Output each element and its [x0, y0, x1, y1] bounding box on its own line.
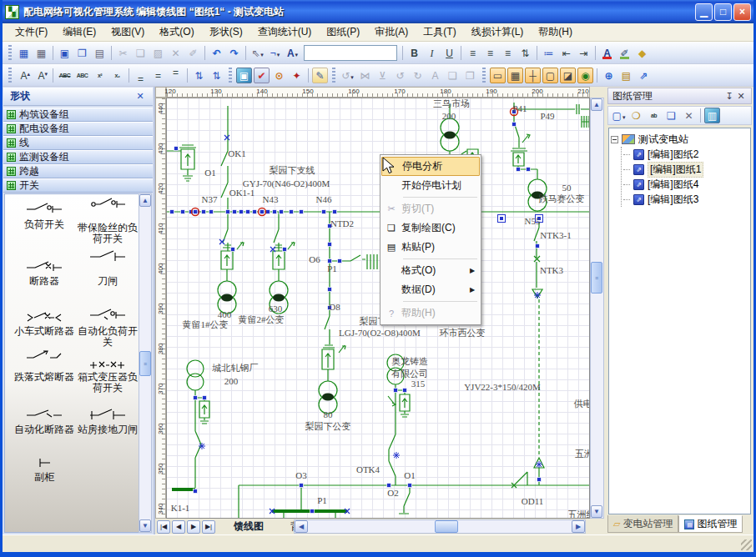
shape-dropout-fuse[interactable]: 跌落式熔断器 [11, 349, 78, 383]
context-menu-item-10[interactable]: ?帮助(H) [381, 304, 480, 323]
shape-group-0[interactable]: 构筑设备组 [3, 108, 153, 122]
scroll-thumb[interactable] [435, 520, 458, 533]
approve-stamp-icon[interactable]: ✦ [289, 68, 305, 83]
data-table-icon[interactable]: ▦ [33, 45, 49, 61]
shape-auto-breaker[interactable]: 自动化断路器 [11, 407, 78, 435]
menu-item-7[interactable]: 审批(A) [367, 23, 416, 41]
shape-trolley-breaker[interactable]: 小车式断路器 [11, 309, 78, 337]
toolbar-drag-handle[interactable] [229, 68, 232, 83]
connector-tool-icon[interactable]: ¬▾ [267, 45, 283, 61]
paste-icon[interactable]: ▨ [150, 45, 166, 61]
toggle-selection-icon[interactable]: ▢ [542, 68, 558, 83]
spacing-low-icon[interactable]: = [133, 68, 149, 83]
undo-icon[interactable]: ↶ [209, 45, 224, 61]
menu-item-2[interactable]: 视图(V) [103, 23, 152, 41]
toggle-grid-icon[interactable]: ▦ [507, 68, 523, 83]
pin-icon[interactable]: ↧ [723, 91, 735, 102]
menu-item-0[interactable]: 文件(F) [8, 23, 55, 41]
row-spacing-inc-icon[interactable]: ⇅ [191, 68, 207, 83]
row-spacing-dec-icon[interactable]: ⇅ [209, 68, 224, 83]
context-menu-item-7[interactable]: 格式(O)▶ [381, 261, 480, 280]
abc-icon[interactable]: ABC [74, 68, 90, 83]
shape-breaker[interactable]: 断路器 [11, 259, 78, 287]
cut-icon[interactable]: ✂ [115, 45, 131, 61]
highlight-color-icon[interactable]: ✐ [617, 45, 633, 61]
shape-group-4[interactable]: 跨越 [3, 164, 153, 178]
sheet-tab-0[interactable]: 馈线图 [220, 519, 277, 534]
underline-icon[interactable]: U [441, 45, 457, 61]
diagram-canvas[interactable]: 三鸟市场200P41P49OK1O1OK1-1N37N43N46NTD2梨园下支… [166, 98, 590, 519]
subscript-icon[interactable]: x₂ [109, 68, 125, 83]
copy-icon[interactable]: ❏ [133, 45, 149, 61]
open-sheet-icon[interactable]: ❍ [628, 108, 644, 123]
menu-item-4[interactable]: 形状(S) [202, 23, 250, 41]
context-menu-item-4[interactable]: ❏复制绘图(C) [381, 218, 480, 238]
outdent-icon[interactable]: ⇤ [558, 45, 574, 61]
shape-knife-switch[interactable]: 刀闸 [74, 248, 141, 287]
shape-fused-load-switch[interactable]: 带保险丝的负荷开关 [74, 196, 141, 244]
scroll-thumb[interactable]: ≡ [591, 262, 602, 294]
edit-note-icon[interactable]: ✎ [312, 68, 328, 83]
tree-root-substation[interactable]: 测试变电站 [611, 132, 748, 147]
send-back-icon[interactable]: ❐ [462, 68, 478, 83]
spacing-mid-icon[interactable]: = [150, 68, 166, 83]
tree-item-sheet-2[interactable]: ⇗[编辑]图纸4 [622, 177, 748, 192]
bold-icon[interactable]: B [406, 45, 422, 61]
prev-page-button[interactable]: ◀ [172, 520, 185, 534]
toggle-guides-icon[interactable]: ┼ [525, 68, 541, 83]
context-menu-item-5[interactable]: ▤粘贴(P) [381, 238, 480, 257]
data-search-icon[interactable]: ⊙ [271, 68, 287, 83]
redo-icon[interactable]: ↷ [226, 45, 242, 61]
minimize-button[interactable]: ▁ [695, 3, 713, 21]
panel-tab-0[interactable]: ▱变电站管理 [607, 515, 678, 533]
context-menu-item-8[interactable]: 数据(D)▶ [381, 280, 480, 299]
shape-auto-load-switch[interactable]: 自动化负荷开关 [74, 307, 141, 348]
bring-front-icon[interactable]: ❏ [445, 68, 461, 83]
save-icon[interactable]: ▣ [57, 45, 73, 61]
context-menu-item-3[interactable]: ✂剪切(T) [381, 199, 480, 218]
close-button[interactable]: × [733, 3, 751, 21]
last-page-button[interactable]: ▶| [202, 520, 215, 534]
scroll-left-icon[interactable]: ◀ [295, 520, 308, 533]
shape-box-transformer-switch[interactable]: 箱式变压器负荷开关 [74, 357, 141, 394]
shape-group-3[interactable]: 监测设备组 [3, 150, 153, 164]
connector-points-icon[interactable]: ⇗ [636, 68, 652, 83]
scroll-right-icon[interactable]: ▶ [572, 520, 585, 533]
spacing-high-icon[interactable]: = [168, 68, 184, 83]
toolbar-drag-handle[interactable] [8, 68, 12, 83]
tree-item-sheet-1[interactable]: ⇗[编辑]图纸1 [622, 162, 748, 177]
fill-color-icon[interactable]: ◆ [634, 45, 650, 61]
align-center-icon[interactable]: ≡ [482, 45, 498, 61]
toggle-page-icon[interactable]: ◪ [560, 68, 576, 83]
menu-item-8[interactable]: 工具(T) [416, 23, 463, 41]
publish-sheet-icon[interactable]: ▥ [704, 108, 720, 123]
font-decrease-icon[interactable]: A [33, 68, 49, 83]
toggle-pan-icon[interactable]: ◉ [577, 68, 593, 83]
flip-horizontal-icon[interactable]: ⋈ [357, 68, 373, 83]
menu-item-3[interactable]: 格式(O) [152, 23, 201, 41]
data-check-icon[interactable]: ✔ [254, 68, 270, 83]
tree-item-sheet-0[interactable]: ⇗[编辑]图纸2 [622, 147, 748, 162]
close-icon[interactable]: ✕ [735, 91, 747, 102]
pointer-tool-icon[interactable]: ⇖▾ [249, 45, 265, 61]
delete-icon[interactable]: ✕ [168, 45, 184, 61]
strikethrough-icon[interactable]: ABC [57, 68, 73, 83]
canvas-vscrollbar[interactable]: ▲ ≡ ▼ [590, 98, 604, 519]
toggle-ruler-icon[interactable]: ▭ [490, 68, 506, 83]
bullets-icon[interactable]: ≔ [541, 45, 557, 61]
italic-icon[interactable]: I [424, 45, 440, 61]
format-brush-icon[interactable]: ✐ [185, 45, 201, 61]
properties-icon[interactable]: ▤ [618, 68, 634, 83]
font-name-input[interactable] [304, 45, 397, 61]
menu-item-6[interactable]: 图纸(P) [319, 23, 367, 41]
rotate-right-icon[interactable]: ↻ [410, 68, 426, 83]
context-menu-item-0[interactable]: 停电分析 [381, 157, 480, 176]
rename-sheet-icon[interactable]: ab [646, 108, 662, 123]
panel-tab-1[interactable]: ▤图纸管理 [678, 515, 743, 533]
collapse-icon[interactable] [611, 136, 618, 143]
print-icon[interactable]: ▤ [92, 45, 108, 61]
shape-station-ground-knife[interactable]: 站房接地刀闸 [74, 407, 141, 435]
first-page-button[interactable]: |◀ [157, 520, 170, 534]
scroll-down-icon[interactable]: ▼ [591, 505, 602, 518]
font-size-icon[interactable]: A [427, 68, 443, 83]
